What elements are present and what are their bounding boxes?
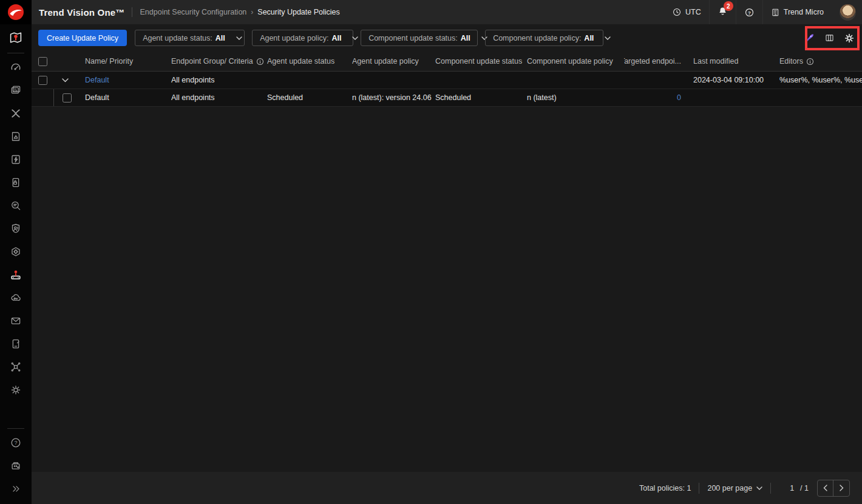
sidebar-item-dashboard[interactable]	[0, 56, 32, 79]
sidebar-item-expand[interactable]	[0, 477, 32, 500]
info-icon[interactable]	[256, 58, 264, 66]
endpoint-group-cell: All endpoints	[171, 72, 267, 89]
trend-micro-logo	[0, 0, 32, 24]
previous-page-button[interactable]	[818, 480, 833, 496]
page-title: Trend Vision One™	[39, 7, 124, 18]
quick-start-rocket-icon[interactable]	[804, 32, 815, 44]
policy-name-link[interactable]: Default	[85, 76, 109, 84]
dashboard-gauge-icon	[10, 61, 22, 73]
row-checkbox[interactable]	[63, 93, 72, 102]
user-menu[interactable]	[832, 0, 862, 24]
notification-badge: 2	[724, 1, 733, 11]
gear-icon[interactable]	[844, 33, 855, 44]
sidebar-bottom: ?	[0, 426, 32, 504]
breadcrumb-separator: ›	[251, 8, 253, 16]
breadcrumb-current: Security Update Policies	[257, 8, 339, 16]
page-total-label: / 1	[800, 484, 809, 492]
timezone-label: UTC	[685, 8, 701, 16]
column-header-name-priority[interactable]: Name/ Priority	[85, 52, 171, 71]
table-row-child: Default All endpoints Scheduled n (lates…	[32, 89, 862, 107]
sidebar-item-alerts[interactable]	[0, 125, 32, 148]
sidebar-item-endpoint-security[interactable]	[0, 263, 32, 286]
columns-icon[interactable]	[824, 33, 835, 43]
column-header-targeted-endpoints[interactable]: Targeted endpoi...	[624, 52, 686, 71]
title-divider	[132, 7, 132, 17]
sidebar-item-automation[interactable]	[0, 148, 32, 171]
column-header-endpoint-group[interactable]: Endpoint Group/ Criteria	[171, 52, 267, 71]
endpoint-group-cell: All endpoints	[171, 89, 267, 106]
column-header-last-modified[interactable]: Last modified	[686, 52, 772, 71]
sidebar-item-help[interactable]: ?	[0, 431, 32, 454]
sidebar-item-mobile-security[interactable]	[0, 332, 32, 355]
filter-component-update-policy[interactable]: Component update policy: All	[485, 30, 603, 46]
targeted-endpoints-link[interactable]: 0	[677, 93, 681, 102]
chevron-down-icon	[341, 36, 358, 40]
secured-doc-icon	[10, 176, 22, 189]
timezone-button[interactable]: UTC	[664, 0, 709, 24]
column-header-editors[interactable]: Editors	[772, 52, 862, 71]
main-content: Create Update Policy Agent update status…	[32, 24, 862, 504]
next-page-button[interactable]	[833, 480, 849, 496]
expand-sidebar-icon	[10, 483, 21, 494]
per-page-select[interactable]: 200 per page	[707, 484, 762, 492]
editors-cell: %user%, %user%, %user%	[772, 72, 862, 89]
table-row-parent: Default All endpoints 2024-03-04 09:10:0…	[32, 72, 862, 89]
chevron-down-icon	[756, 486, 762, 490]
reports-icon	[10, 84, 22, 96]
select-all-checkbox[interactable]	[38, 57, 47, 66]
create-update-policy-button[interactable]: Create Update Policy	[38, 30, 127, 46]
info-icon[interactable]	[806, 58, 814, 66]
sidebar-item-cloud-security[interactable]	[0, 286, 32, 309]
sidebar-item-reports[interactable]	[0, 79, 32, 102]
column-header-agent-update-policy[interactable]: Agent update policy	[352, 52, 435, 71]
breadcrumb: Endpoint Security Configuration › Securi…	[140, 8, 339, 16]
organization-button[interactable]: Trend Micro	[763, 0, 832, 24]
trend-micro-logo-icon	[8, 4, 24, 20]
column-header-component-update-status[interactable]: Component update status	[435, 52, 527, 71]
filter-component-update-status[interactable]: Component update status: All	[361, 30, 478, 46]
sidebar-item-network-security[interactable]	[0, 355, 32, 378]
component-update-policy-cell: n (latest)	[527, 89, 624, 106]
table-action-icons	[804, 24, 855, 52]
sidebar-divider	[7, 53, 24, 53]
filter-bar: Agent update status: All Agent update po…	[135, 30, 603, 46]
sidebar-item-administration[interactable]	[0, 378, 32, 402]
sidebar-item-search[interactable]	[0, 194, 32, 217]
building-icon	[771, 8, 780, 17]
sidebar-item-email-security[interactable]	[0, 309, 32, 332]
identity-shield-icon	[10, 223, 22, 235]
sidebar-item-data-security[interactable]	[0, 171, 32, 194]
help-button[interactable]: ?	[736, 0, 762, 24]
filter-agent-update-status[interactable]: Agent update status: All	[135, 30, 245, 46]
clock-icon	[672, 7, 682, 17]
agent-update-policy-cell: n (latest): version 24.06	[352, 89, 435, 106]
current-page-input[interactable]: 1	[790, 484, 794, 492]
component-update-status-cell: Scheduled	[435, 89, 527, 106]
notifications-button[interactable]: 2	[710, 0, 736, 24]
policy-toolbar: Create Update Policy Agent update status…	[32, 24, 862, 52]
breadcrumb-parent[interactable]: Endpoint Security Configuration	[140, 8, 246, 16]
pagination-bar: Total policies: 1 200 per page 1 / 1	[32, 472, 862, 504]
row-checkbox[interactable]	[38, 76, 47, 85]
alert-doc-icon	[10, 130, 22, 143]
filter-agent-update-policy[interactable]: Agent update policy: All	[252, 30, 353, 46]
policy-name-cell: Default	[85, 89, 171, 106]
email-icon	[10, 315, 22, 327]
settings-gear-icon	[10, 384, 22, 396]
agent-update-status-cell: Scheduled	[267, 89, 352, 106]
xdr-x-icon	[10, 107, 22, 119]
column-header-agent-update-status[interactable]: Agent update status	[267, 52, 352, 71]
endpoint-security-icon	[9, 268, 22, 281]
sidebar-item-xdr[interactable]	[0, 102, 32, 125]
column-header-component-update-policy[interactable]: Component update policy	[527, 52, 624, 71]
sidebar-item-attack-surface[interactable]	[0, 240, 32, 263]
select-all-cell	[32, 52, 53, 71]
help-circle-icon: ?	[10, 437, 22, 449]
svg-text:?: ?	[748, 10, 751, 15]
sidebar-item-feedback[interactable]	[0, 454, 32, 477]
collapse-row-icon[interactable]	[53, 78, 69, 82]
attack-surface-icon	[10, 246, 22, 258]
sidebar-item-identity-security[interactable]	[0, 217, 32, 240]
sidebar-item-platform-map[interactable]	[0, 24, 32, 51]
map-pin-icon	[8, 30, 23, 45]
